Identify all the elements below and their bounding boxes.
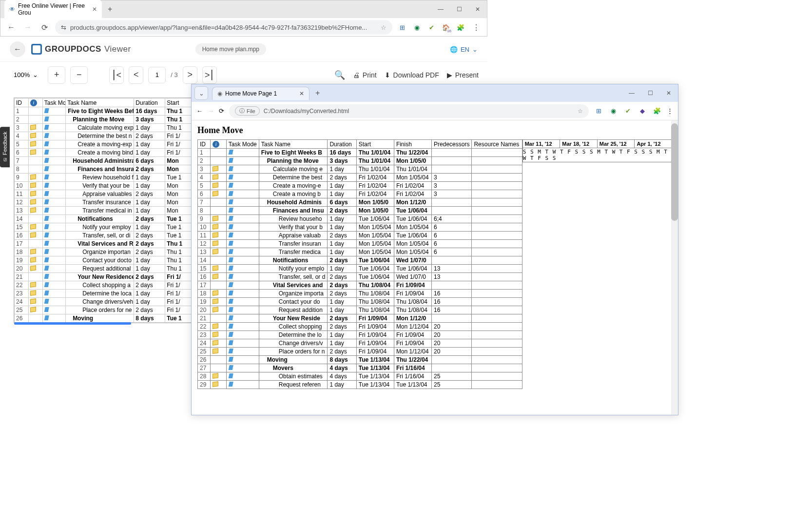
viewer-document-table: ID i Task Mode Task Name Duration Start … (14, 97, 194, 323)
chevron-down-icon: ⌄ (33, 71, 38, 78)
table-row: 19Contact your do1 dayThu 1/08/04Thu 1/0… (198, 298, 522, 306)
ext-grammarly-icon[interactable]: ◉ (412, 22, 422, 32)
search-button[interactable]: 🔍 (334, 70, 345, 80)
back-tab[interactable]: 👁 Free Online Viewer | Free Grou ✕ (4, 0, 102, 19)
task-mode-icon (229, 373, 233, 378)
zoom-in-button[interactable]: + (48, 66, 65, 84)
ext-translate-icon[interactable]: ⊞ (594, 106, 603, 116)
nav-forward-icon[interactable]: → (22, 23, 34, 32)
page-number-input[interactable] (148, 67, 166, 83)
task-mode-icon (229, 166, 233, 171)
gd-back-button[interactable]: ← (10, 41, 25, 57)
eye-icon: 👁 (9, 6, 15, 13)
note-icon (213, 191, 218, 196)
close-tab-icon[interactable]: ✕ (92, 6, 97, 13)
nav-forward-icon[interactable]: → (208, 107, 214, 115)
horizontal-scrollbar[interactable] (14, 322, 131, 325)
star-icon[interactable]: ☆ (381, 24, 387, 31)
nav-reload-icon[interactable]: ⟳ (219, 107, 224, 115)
feedback-tab[interactable]: ⎚ Feedback (0, 127, 10, 167)
new-tab-button[interactable]: + (104, 3, 116, 16)
col-info: i (211, 140, 227, 149)
ext-cal-icon[interactable]: 🏠16 (441, 22, 451, 32)
front-new-tab-button[interactable]: + (311, 87, 324, 99)
download-icon: ⬇ (385, 71, 390, 79)
print-icon: 🖨 (353, 71, 360, 79)
table-row: 10Verify that your be1 dayMon (15, 182, 193, 190)
ext-translate-icon[interactable]: ⊞ (397, 22, 407, 32)
gantt-calendar: Mar 11, '12Mar 18, '12Mar 25, '12Apr 1, … (522, 139, 672, 389)
kebab-menu-icon[interactable]: ⋮ (667, 107, 673, 115)
note-icon (213, 166, 218, 171)
scrollbar-thumb[interactable] (671, 123, 678, 221)
ext-check-icon[interactable]: ✔ (623, 106, 633, 116)
front-nav-bar: ← → ⟳ ⓘFile C:/Downloads/myConverted.htm… (192, 102, 678, 120)
col-mode: Task Mode (42, 98, 65, 107)
col-name: Task Name (259, 140, 328, 149)
zoom-out-button[interactable]: − (70, 66, 88, 84)
vertical-scrollbar[interactable] (671, 120, 678, 415)
url-text: products.groupdocs.app/viewer/app/?lang=… (70, 24, 377, 31)
file-icon: ⓘ (239, 107, 245, 115)
table-header-row: ID i Task Mode Task Name Duration Start … (198, 140, 522, 149)
task-mode-icon (44, 117, 49, 121)
window-maximize[interactable]: ☐ (641, 90, 659, 97)
nav-back-icon[interactable]: ← (196, 107, 203, 115)
last-page-button[interactable]: >⎮ (202, 66, 217, 84)
star-icon[interactable]: ☆ (578, 108, 583, 115)
note-icon (213, 298, 218, 304)
print-button[interactable]: 🖨Print (353, 71, 377, 79)
close-tab-icon[interactable]: ✕ (299, 90, 304, 97)
task-mode-icon (229, 158, 233, 163)
zoom-selector[interactable]: 100% ⌄ (9, 69, 43, 80)
kebab-menu-icon[interactable]: ⋮ (470, 23, 482, 32)
note-icon (213, 182, 218, 188)
next-page-button[interactable]: > (183, 66, 197, 84)
nav-back-icon[interactable]: ← (5, 23, 17, 32)
note-icon (30, 290, 36, 295)
table-row: 21Your New Reside2 daysFri 1/09/04Mon 1/… (198, 314, 522, 323)
table-row: 2Planning the Move3 daysThu 1 (15, 116, 193, 124)
task-mode-icon (44, 307, 49, 312)
address-bar[interactable]: ⇆ products.groupdocs.app/viewer/app/?lan… (55, 20, 392, 35)
present-button[interactable]: ▶Present (447, 71, 479, 79)
table-row: 28Obtain estimates4 daysTue 1/13/04Fri 1… (198, 372, 522, 381)
ext-puzzle-icon[interactable]: 🧩 (652, 106, 662, 116)
note-icon (30, 249, 36, 254)
note-icon (213, 340, 218, 345)
table-row: 24Change drivers/v1 dayFri 1/09/04Fri 1/… (198, 339, 522, 348)
window-close[interactable]: ✕ (659, 90, 678, 97)
window-close[interactable]: ✕ (468, 6, 487, 13)
task-mode-icon (44, 158, 49, 163)
task-mode-icon (229, 332, 233, 337)
tab-dropdown-button[interactable]: ⌄ (194, 86, 208, 100)
note-icon (30, 133, 36, 138)
task-mode-icon (44, 125, 49, 130)
note-icon (213, 323, 218, 329)
table-row: 27Movers4 daysTue 1/13/04Fri 1/16/04 (198, 364, 522, 372)
back-nav-bar: ← → ⟳ ⇆ products.groupdocs.app/viewer/ap… (0, 18, 487, 37)
ext-puzzle-icon[interactable]: 🧩 (456, 22, 465, 32)
first-page-button[interactable]: ⎮< (109, 66, 124, 84)
ext-grammarly-icon[interactable]: ◉ (608, 106, 618, 116)
window-maximize[interactable]: ☐ (450, 6, 468, 13)
prev-page-button[interactable]: < (129, 66, 143, 84)
slider-icon: ⎚ (2, 157, 8, 162)
task-mode-icon (44, 233, 49, 237)
page-total: / 3 (171, 71, 177, 78)
task-mode-icon (44, 166, 49, 171)
table-row: 5Create a moving-exp1 dayFri 1/ (15, 140, 193, 149)
note-icon (213, 348, 218, 353)
front-tab[interactable]: ◉ Home Move Page 1 ✕ (212, 87, 309, 100)
front-address-bar[interactable]: ⓘFile C:/Downloads/myConverted.html ☆ (229, 104, 589, 118)
task-mode-icon (44, 241, 49, 246)
nav-reload-icon[interactable]: ⟳ (39, 23, 50, 32)
ext-check-icon[interactable]: ✔ (426, 22, 436, 32)
ext-diamond-icon[interactable]: ◆ (638, 106, 647, 116)
download-button[interactable]: ⬇Download PDF (385, 71, 439, 79)
gd-language-selector[interactable]: 🌐 EN ⌄ (450, 46, 478, 53)
window-minimize[interactable]: — (431, 6, 450, 13)
note-icon (30, 282, 36, 287)
task-mode-icon (229, 224, 233, 229)
window-minimize[interactable]: — (622, 90, 641, 97)
